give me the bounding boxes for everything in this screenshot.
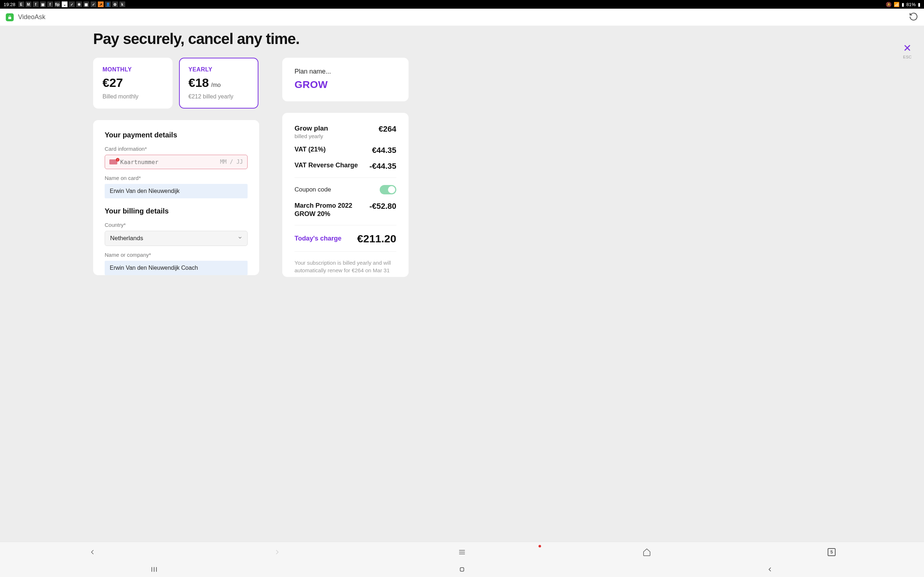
coupon-label: Coupon code bbox=[294, 186, 331, 193]
tab-count-badge: 5 bbox=[828, 548, 835, 556]
android-nav-bar bbox=[0, 562, 924, 577]
browser-back-button[interactable] bbox=[85, 545, 100, 559]
check-icon: ✓ bbox=[69, 2, 75, 7]
company-input[interactable] bbox=[105, 261, 247, 275]
plan-yearly-label: YEARLY bbox=[188, 66, 249, 73]
home-button[interactable] bbox=[447, 566, 477, 573]
payment-section-title: Your payment details bbox=[105, 131, 247, 139]
coupon-toggle[interactable] bbox=[380, 185, 396, 194]
summary-vat-label: VAT (21%) bbox=[294, 146, 326, 153]
close-icon: ✕ bbox=[903, 43, 912, 53]
country-select[interactable] bbox=[105, 231, 247, 246]
aperture-icon: ✱ bbox=[76, 2, 82, 7]
billing-section-title: Your billing details bbox=[105, 207, 247, 215]
browser-bottom-nav: 5 bbox=[0, 542, 924, 562]
promo-line-1: March Promo 2022 bbox=[294, 201, 352, 210]
plan-name-card: Plan name... GROW bbox=[282, 58, 409, 102]
check-icon-2: ✓ bbox=[90, 2, 96, 7]
name-on-card-label: Name on card* bbox=[105, 175, 247, 181]
plan-yearly-sub: €212 billed yearly bbox=[188, 93, 249, 100]
browser-tabs-button[interactable]: 5 bbox=[824, 545, 839, 559]
recents-button[interactable] bbox=[140, 566, 168, 574]
k-icon: k bbox=[120, 2, 125, 7]
divider bbox=[294, 177, 396, 178]
plan-monthly-sub: Billed monthly bbox=[102, 93, 163, 100]
browser-menu-button[interactable] bbox=[455, 545, 469, 559]
battery-icon: ▮ bbox=[918, 2, 921, 7]
plan-monthly-label: MONTHLY bbox=[102, 66, 163, 73]
app-icon: ▣ bbox=[40, 2, 46, 7]
plan-monthly-price: €27 bbox=[102, 76, 163, 90]
status-time: 19:28 bbox=[3, 2, 16, 7]
card-error-icon bbox=[109, 160, 117, 164]
plan-yearly-permo: /mo bbox=[211, 82, 221, 89]
summary-vat-reverse-amount: -€44.35 bbox=[369, 161, 396, 171]
close-button[interactable]: ✕ ESC bbox=[903, 43, 912, 59]
plan-monthly-card[interactable]: MONTHLY €27 Billed monthly bbox=[93, 58, 173, 108]
browser-home-button[interactable] bbox=[640, 545, 654, 559]
battery-percent: 81% bbox=[906, 2, 916, 7]
etsy-icon: E bbox=[18, 2, 24, 7]
mute-icon: 🔕 bbox=[886, 2, 892, 7]
plan-yearly-card[interactable]: YEARLY €18 /mo €212 billed yearly bbox=[179, 58, 258, 108]
notification-dot-icon bbox=[538, 545, 541, 548]
summary-card: Grow plan billed yearly €264 VAT (21%) €… bbox=[282, 113, 409, 277]
esc-label: ESC bbox=[903, 55, 912, 59]
android-status-bar: 19:28 E M f ▣ f fip ⌄ ✓ ✱ ▦ ✓ ↗ 👤 ⚙ k 🔕 … bbox=[0, 0, 924, 9]
signal-icon: ▮ bbox=[901, 2, 904, 7]
card-expiry-placeholder: MM / JJ bbox=[220, 159, 243, 165]
plan-name-label: Plan name... bbox=[294, 68, 396, 76]
payment-details-card: Your payment details Card information* M… bbox=[93, 120, 259, 275]
renewal-text: Your subscription is billed yearly and w… bbox=[294, 259, 396, 274]
card-input-wrapper[interactable]: MM / JJ bbox=[105, 155, 247, 169]
status-notification-icons: E M f ▣ f fip ⌄ ✓ ✱ ▦ ✓ ↗ 👤 ⚙ k bbox=[18, 2, 125, 7]
summary-plan-amount: €264 bbox=[379, 124, 396, 134]
fip-icon: fip bbox=[55, 2, 60, 7]
pocket-icon: ⌄ bbox=[62, 2, 68, 7]
browser-address-bar[interactable]: VideoAsk bbox=[0, 9, 924, 26]
gear-icon: ⚙ bbox=[112, 2, 118, 7]
company-label: Name or company* bbox=[105, 252, 247, 258]
site-title: VideoAsk bbox=[18, 13, 45, 21]
plan-yearly-price: €18 bbox=[188, 76, 209, 90]
plan-name-value: GROW bbox=[294, 79, 396, 90]
site-lock-icon bbox=[6, 13, 14, 21]
summary-vat-amount: €44.35 bbox=[372, 146, 396, 155]
promo-line-2: GROW 20% bbox=[294, 210, 352, 218]
name-on-card-input[interactable] bbox=[105, 184, 247, 198]
app-icon-2: ▦ bbox=[83, 2, 89, 7]
divider-2 bbox=[294, 225, 396, 226]
facebook-icon: f bbox=[33, 2, 39, 7]
wifi-icon: 📶 bbox=[894, 2, 900, 7]
today-charge-amount: €211.20 bbox=[357, 233, 396, 245]
promo-amount: -€52.80 bbox=[369, 201, 396, 211]
orange-app-icon: ↗ bbox=[98, 2, 103, 7]
summary-billed-label: billed yearly bbox=[294, 133, 328, 139]
country-label: Country* bbox=[105, 222, 247, 228]
gmail-icon: M bbox=[26, 2, 31, 7]
refresh-button[interactable] bbox=[909, 12, 918, 23]
browser-forward-button[interactable] bbox=[270, 545, 284, 559]
page-title: Pay securely, cancel any time. bbox=[93, 30, 924, 48]
summary-vat-reverse-label: VAT Reverse Charge bbox=[294, 161, 358, 169]
page-content: ✕ ESC Pay securely, cancel any time. MON… bbox=[0, 26, 924, 542]
summary-plan-label: Grow plan bbox=[294, 124, 328, 132]
card-number-input[interactable] bbox=[120, 159, 217, 166]
facebook-icon-2: f bbox=[47, 2, 53, 7]
today-charge-label: Today's charge bbox=[294, 235, 341, 242]
card-info-label: Card information* bbox=[105, 146, 247, 152]
divider-3 bbox=[294, 251, 396, 252]
person-icon: 👤 bbox=[105, 2, 111, 7]
back-button[interactable] bbox=[756, 566, 784, 573]
svg-rect-6 bbox=[460, 567, 464, 571]
